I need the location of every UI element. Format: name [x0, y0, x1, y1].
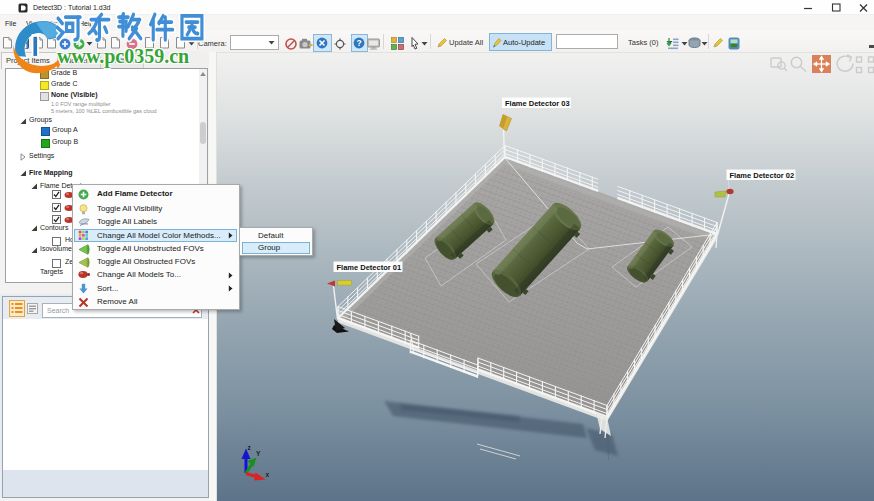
svg-text:Flame Detector 02: Flame Detector 02	[730, 171, 795, 180]
svg-text:Y: Y	[256, 450, 261, 457]
svg-text:Flame Detector 01: Flame Detector 01	[337, 263, 402, 272]
svg-text:Flame Detector 03: Flame Detector 03	[505, 99, 570, 108]
svg-text:?: ?	[356, 38, 361, 48]
svg-text:x: x	[266, 471, 270, 478]
